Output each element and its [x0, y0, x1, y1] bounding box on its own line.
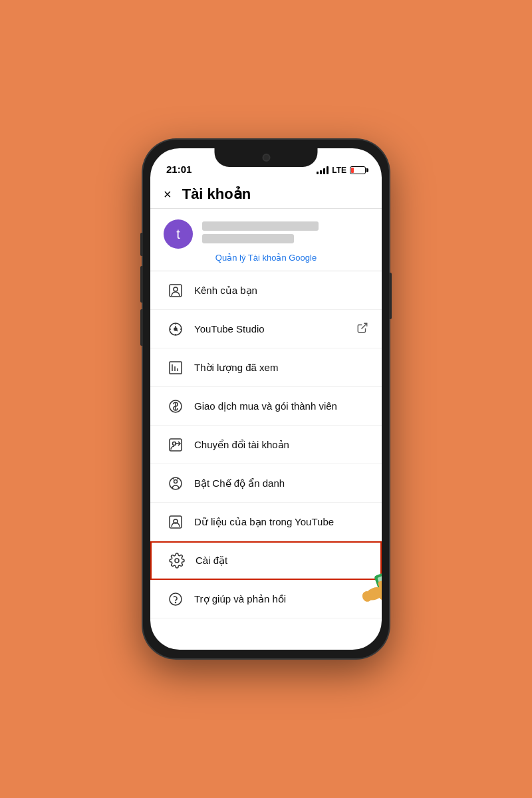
menu-item-kenh[interactable]: Kênh của bạn	[150, 271, 382, 310]
signal-bars	[317, 166, 329, 174]
vol-down-button	[140, 309, 143, 346]
signal-bar-4	[327, 166, 329, 174]
menu-label-kenh: Kênh của bạn	[194, 285, 368, 297]
menu-item-thoiluong[interactable]: Thời lượng đã xem	[150, 348, 382, 387]
svg-point-3	[174, 328, 177, 331]
data-icon	[164, 510, 188, 534]
menu-item-andanh[interactable]: Bật Chế độ ẩn danh	[150, 464, 382, 503]
menu-label-andanh: Bật Chế độ ẩn danh	[194, 477, 368, 489]
status-time: 21:01	[166, 164, 192, 175]
svg-point-28	[170, 593, 182, 605]
account-row: t	[164, 219, 368, 249]
signal-bar-2	[320, 170, 322, 174]
menu-label-giaodich: Giao dịch mua và gói thành viên	[194, 400, 368, 412]
battery-fill	[351, 168, 354, 173]
front-camera	[262, 154, 270, 162]
vol-up-button	[140, 266, 143, 303]
page-title: Tài khoản	[182, 186, 251, 203]
account-section: t Quản lý Tài khoản Google	[150, 209, 382, 271]
svg-rect-5	[170, 362, 182, 374]
svg-point-29	[176, 602, 176, 602]
studio-icon	[164, 317, 188, 341]
power-button	[389, 273, 392, 319]
menu-label-chuyendoi: Chuyển đổi tài khoản	[194, 439, 368, 451]
menu-item-dulieu[interactable]: Dữ liệu của bạn trong YouTube	[150, 503, 382, 541]
menu-item-giaodich[interactable]: Giao dịch mua và gói thành viên	[150, 387, 382, 426]
menu-label-dulieu: Dữ liệu của bạn trong YouTube	[194, 516, 368, 528]
time-icon	[164, 356, 188, 380]
username-blurred	[202, 221, 319, 231]
account-info	[202, 221, 368, 247]
menu-item-chuyendoi[interactable]: Chuyển đổi tài khoản	[150, 426, 382, 464]
battery-icon	[350, 166, 366, 174]
channel-icon	[164, 279, 188, 303]
email-blurred	[202, 234, 294, 243]
menu-item-trogiup[interactable]: Trợ giúp và phản hồi	[150, 580, 382, 618]
phone-frame: 21:01 LTE × Tài k	[143, 140, 389, 658]
menu-label-caidat: Cài đặt	[196, 555, 367, 567]
phone-screen: 21:01 LTE × Tài k	[150, 148, 382, 650]
close-button[interactable]: ×	[164, 188, 172, 201]
lte-label: LTE	[332, 166, 346, 175]
svg-point-19	[175, 559, 179, 563]
screen-content: × Tài khoản t Quản lý Tài khoản Google	[150, 178, 382, 650]
menu-list: Kênh của bạn YouTube Studio	[150, 271, 382, 650]
signal-bar-3	[323, 168, 325, 174]
battery	[350, 166, 366, 174]
page-header: × Tài khoản	[150, 178, 382, 208]
menu-item-caidat[interactable]: Cài đặt	[150, 541, 382, 580]
settings-icon	[165, 549, 189, 573]
avatar: t	[164, 219, 193, 249]
signal-bar-1	[317, 172, 319, 174]
svg-line-4	[362, 323, 367, 329]
menu-item-studio[interactable]: YouTube Studio	[150, 310, 382, 348]
menu-label-trogiup: Trợ giúp và phản hồi	[194, 593, 368, 605]
dollar-icon	[164, 394, 188, 418]
help-icon	[164, 587, 188, 611]
svg-point-1	[174, 287, 178, 291]
switch-icon	[164, 433, 188, 457]
svg-point-14	[174, 479, 178, 483]
menu-label-thoiluong: Thời lượng đã xem	[194, 362, 368, 374]
manage-google-account-link[interactable]: Quản lý Tài khoản Google	[164, 253, 368, 263]
status-right: LTE	[317, 166, 366, 175]
external-link-icon	[356, 322, 368, 336]
notch	[215, 148, 318, 167]
menu-label-studio: YouTube Studio	[194, 323, 356, 334]
incognito-icon	[164, 471, 188, 495]
